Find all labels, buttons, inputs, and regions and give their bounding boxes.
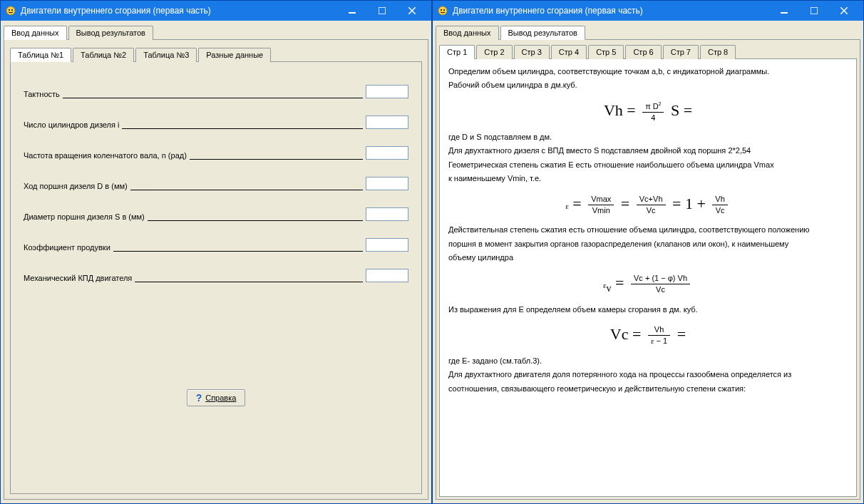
row-blowdown: Коэффициент продувки bbox=[24, 228, 408, 252]
formula-epsilon: ε = VmaxVmin = Vc+VhVc = 1 + VhVc bbox=[448, 193, 848, 217]
input-taktnost[interactable] bbox=[366, 85, 408, 98]
app-icon bbox=[437, 5, 448, 16]
input-rpm[interactable] bbox=[366, 146, 408, 160]
input-efficiency[interactable] bbox=[366, 269, 408, 282]
main-tabpanel-right: Стр 1 Стр 2 Стр 3 Стр 4 Стр 5 Стр 6 Стр … bbox=[436, 40, 860, 500]
text-line: Для двухтактного двигателя доля потерянн… bbox=[448, 369, 848, 380]
tab-output[interactable]: Вывод результатов bbox=[500, 26, 585, 40]
tab-output[interactable]: Вывод результатов bbox=[68, 26, 153, 40]
input-stroke[interactable] bbox=[366, 177, 408, 190]
help-icon: ? bbox=[196, 392, 202, 403]
maximize-button[interactable] bbox=[799, 3, 829, 19]
titlebar-left[interactable]: Двигатели внутреннего сгорания (первая ч… bbox=[1, 1, 431, 21]
help-label: Справка bbox=[205, 394, 236, 402]
tab-page7[interactable]: Стр 7 bbox=[663, 45, 699, 59]
formula-epsilon-v: εv = Vc + (1 − φ) VhVc bbox=[448, 272, 848, 296]
underline bbox=[148, 212, 363, 221]
underline bbox=[63, 90, 363, 98]
text-line: к наименьшему Vmin, т.е. bbox=[448, 173, 848, 184]
text-line: поршня в момент закрытия органов газорас… bbox=[448, 239, 848, 250]
svg-point-2 bbox=[11, 9, 13, 11]
underline bbox=[135, 274, 363, 282]
close-button[interactable] bbox=[397, 3, 427, 19]
window-title: Двигатели внутреннего сгорания (первая ч… bbox=[453, 6, 769, 16]
text-line: Определим объем цилиндра, соответствующи… bbox=[448, 66, 848, 77]
tab-page6[interactable]: Стр 6 bbox=[625, 45, 661, 59]
row-taktnost: Тактность bbox=[24, 75, 408, 98]
label-blowdown: Коэффициент продувки bbox=[24, 243, 110, 252]
right-window: Двигатели внутреннего сгорания (первая ч… bbox=[432, 0, 864, 504]
help-button[interactable]: ? Справка bbox=[187, 389, 246, 406]
row-rpm: Частота вращения коленчатого вала, n (ра… bbox=[24, 136, 408, 160]
label-taktnost: Тактность bbox=[24, 90, 60, 98]
client-area-right: Ввод данных Вывод результатов Стр 1 Стр … bbox=[433, 21, 863, 503]
label-efficiency: Механический КПД двигателя bbox=[24, 274, 132, 282]
input-cylinders[interactable] bbox=[366, 115, 408, 129]
main-tabstrip-right: Ввод данных Вывод результатов bbox=[436, 25, 860, 40]
tab-page2[interactable]: Стр 2 bbox=[476, 45, 512, 59]
tab-page5[interactable]: Стр 5 bbox=[588, 45, 624, 59]
input-blowdown[interactable] bbox=[366, 238, 408, 252]
titlebar-right[interactable]: Двигатели внутреннего сгорания (первая ч… bbox=[433, 1, 863, 21]
text-line: соотношения, связывающего геометрическую… bbox=[448, 384, 848, 394]
underline bbox=[113, 243, 363, 252]
tab-input[interactable]: Ввод данных bbox=[436, 26, 499, 40]
row-diameter: Диаметр поршня дизеля S в (мм) bbox=[24, 197, 408, 221]
page-tabstrip: Стр 1 Стр 2 Стр 3 Стр 4 Стр 5 Стр 6 Стр … bbox=[439, 44, 857, 59]
svg-rect-10 bbox=[781, 12, 788, 14]
minimize-button[interactable] bbox=[337, 3, 367, 19]
label-rpm: Частота вращения коленчатого вала, n (ра… bbox=[24, 151, 187, 160]
svg-rect-11 bbox=[811, 7, 818, 14]
tab-page4[interactable]: Стр 4 bbox=[551, 45, 587, 59]
svg-point-0 bbox=[6, 6, 15, 15]
tab-table1[interactable]: Таблица №1 bbox=[10, 48, 71, 62]
svg-rect-4 bbox=[379, 7, 386, 14]
tab-table2[interactable]: Таблица №2 bbox=[73, 48, 134, 62]
sub-tabstrip: Таблица №1 Таблица №2 Таблица №3 Разные … bbox=[10, 47, 422, 62]
row-stroke: Ход поршня дизеля D в (мм) bbox=[24, 167, 408, 190]
svg-point-1 bbox=[9, 9, 10, 11]
maximize-button[interactable] bbox=[367, 3, 397, 19]
text-line: Геометрическая степень сжатия E есть отн… bbox=[448, 160, 848, 170]
text-line: объему цилиндра bbox=[448, 252, 848, 263]
tab-misc[interactable]: Разные данные bbox=[198, 48, 271, 62]
minimize-button[interactable] bbox=[769, 3, 799, 19]
text-line: Из выражения для E определяем объем каме… bbox=[448, 304, 848, 315]
svg-rect-3 bbox=[349, 12, 356, 14]
input-diameter[interactable] bbox=[366, 207, 408, 221]
tab-page8[interactable]: Стр 8 bbox=[700, 45, 736, 59]
text-line: Для двухтактного дизеля с ВПД вместо S п… bbox=[448, 145, 848, 156]
svg-point-9 bbox=[443, 9, 445, 11]
text-line: где D и S подставляем в дм. bbox=[448, 132, 848, 143]
tab-table3[interactable]: Таблица №3 bbox=[135, 48, 197, 62]
underline bbox=[190, 151, 363, 160]
row-efficiency: Механический КПД двигателя bbox=[24, 259, 408, 282]
text-line: Рабочий объем цилиндра в дм.куб. bbox=[448, 80, 848, 91]
app-icon bbox=[5, 5, 16, 16]
row-cylinders: Число цилиндров дизеля i bbox=[24, 106, 408, 129]
client-area-left: Ввод данных Вывод результатов Таблица №1… bbox=[1, 21, 431, 503]
window-title: Двигатели внутреннего сгорания (первая ч… bbox=[21, 6, 337, 16]
formula-vh: Vh = π D24 S = bbox=[448, 100, 848, 123]
tab-input[interactable]: Ввод данных bbox=[4, 26, 67, 40]
underline bbox=[130, 182, 363, 190]
main-tabstrip-left: Ввод данных Вывод результатов bbox=[4, 25, 428, 40]
text-line: где E- задано (см.табл.3). bbox=[448, 356, 848, 366]
label-diameter: Диаметр поршня дизеля S в (мм) bbox=[24, 212, 145, 221]
label-stroke: Ход поршня дизеля D в (мм) bbox=[24, 182, 128, 190]
formula-vc: Vc = Vhε − 1 = bbox=[448, 324, 848, 347]
left-window: Двигатели внутреннего сгорания (первая ч… bbox=[0, 0, 432, 504]
svg-point-8 bbox=[441, 9, 442, 11]
tab-page3[interactable]: Стр 3 bbox=[514, 45, 550, 59]
svg-point-7 bbox=[438, 6, 447, 15]
tab-page1[interactable]: Стр 1 bbox=[439, 45, 475, 59]
sub-tabpanel: Тактность Число цилиндров дизеля i Часто… bbox=[10, 62, 422, 494]
output-panel: Определим объем цилиндра, соответствующи… bbox=[439, 59, 857, 497]
underline bbox=[122, 120, 363, 129]
text-line: Действительная степень сжатия есть отнош… bbox=[448, 225, 848, 235]
close-button[interactable] bbox=[829, 3, 859, 19]
label-cylinders: Число цилиндров дизеля i bbox=[24, 120, 119, 129]
main-tabpanel-left: Таблица №1 Таблица №2 Таблица №3 Разные … bbox=[4, 40, 428, 500]
